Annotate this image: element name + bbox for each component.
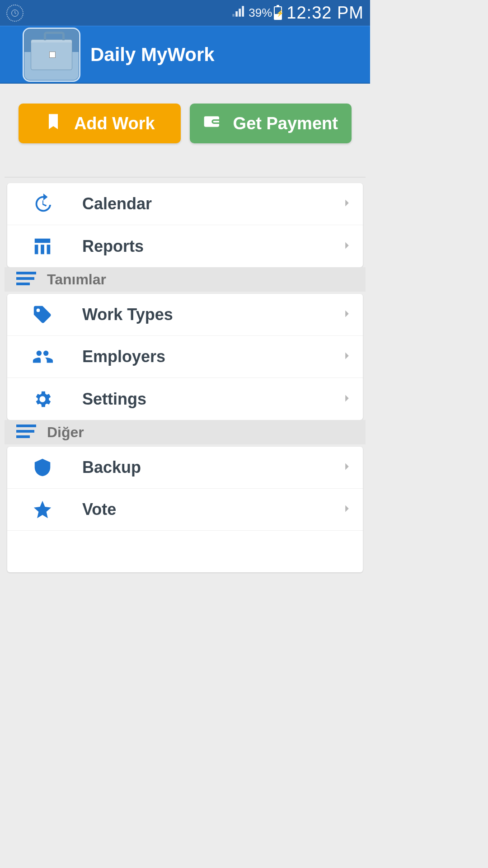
- divider: [5, 177, 366, 178]
- get-payment-label: Get Payment: [233, 114, 338, 133]
- svg-rect-3: [16, 283, 30, 285]
- svg-rect-5: [16, 430, 34, 433]
- menu-item-label: Work Types: [82, 305, 313, 324]
- menu-item-work-types[interactable]: Work Types: [7, 294, 363, 336]
- app-title: Daily MyWork: [90, 44, 215, 66]
- android-status-bar: 39% ⚡ 12:32 PM: [0, 0, 370, 26]
- svg-rect-6: [16, 435, 30, 438]
- menu-item-employers[interactable]: Employers: [7, 336, 363, 378]
- action-button-row: Add Work Get Payment: [0, 84, 370, 143]
- menu-item-vote[interactable]: Vote: [7, 489, 363, 531]
- gear-icon: [30, 389, 55, 410]
- signal-icon: [231, 5, 244, 21]
- menu-item-label: Settings: [82, 390, 313, 409]
- chevron-right-icon: [340, 196, 354, 212]
- battery-indicator: 39% ⚡: [249, 6, 282, 20]
- app-header: Daily MyWork: [0, 26, 370, 84]
- chevron-right-icon: [340, 307, 354, 322]
- svg-rect-2: [16, 277, 34, 280]
- section-title: Diğer: [47, 424, 84, 441]
- wallet-icon: [203, 113, 221, 135]
- menu-item-label: Employers: [82, 347, 313, 366]
- column-chart-icon: [30, 236, 55, 257]
- menu-group-definitions: Work Types Employers Settings: [7, 294, 363, 420]
- menu-item-reports[interactable]: Reports: [7, 225, 363, 267]
- chevron-right-icon: [340, 502, 354, 517]
- chevron-right-icon: [340, 349, 354, 364]
- section-header-other: Diğer: [5, 420, 366, 444]
- add-work-button[interactable]: Add Work: [19, 104, 181, 143]
- menu-lines-icon: [16, 271, 36, 288]
- menu-group-other: Backup Vote: [7, 447, 363, 572]
- people-icon: [30, 346, 55, 367]
- tag-icon: [30, 304, 55, 325]
- menu-item-label: Vote: [82, 500, 313, 519]
- chevron-right-icon: [340, 460, 354, 475]
- menu-item-settings[interactable]: Settings: [7, 378, 363, 420]
- menu-item-backup[interactable]: Backup: [7, 447, 363, 489]
- status-time: 12:32 PM: [286, 3, 364, 23]
- svg-rect-1: [16, 272, 36, 274]
- menu-lines-icon: [16, 424, 36, 441]
- star-icon: [30, 499, 55, 520]
- history-icon: [30, 193, 55, 214]
- get-payment-button[interactable]: Get Payment: [190, 104, 352, 143]
- chevron-right-icon: [340, 392, 354, 407]
- bookmark-icon: [44, 113, 62, 135]
- menu-item-label: Calendar: [82, 194, 313, 213]
- empty-row: [7, 531, 363, 572]
- shield-icon: [30, 457, 55, 478]
- section-header-definitions: Tanımlar: [5, 267, 366, 292]
- menu-group-main: Calendar Reports: [7, 183, 363, 267]
- menu-item-label: Reports: [82, 237, 313, 256]
- menu-item-calendar[interactable]: Calendar: [7, 183, 363, 225]
- svg-rect-4: [16, 425, 36, 427]
- menu-item-label: Backup: [82, 458, 313, 477]
- app-logo-briefcase-icon: [23, 28, 80, 82]
- section-title: Tanımlar: [47, 271, 106, 288]
- battery-percent: 39%: [249, 6, 272, 20]
- add-work-label: Add Work: [74, 114, 155, 133]
- status-app-icon: [6, 5, 23, 22]
- chevron-right-icon: [340, 239, 354, 254]
